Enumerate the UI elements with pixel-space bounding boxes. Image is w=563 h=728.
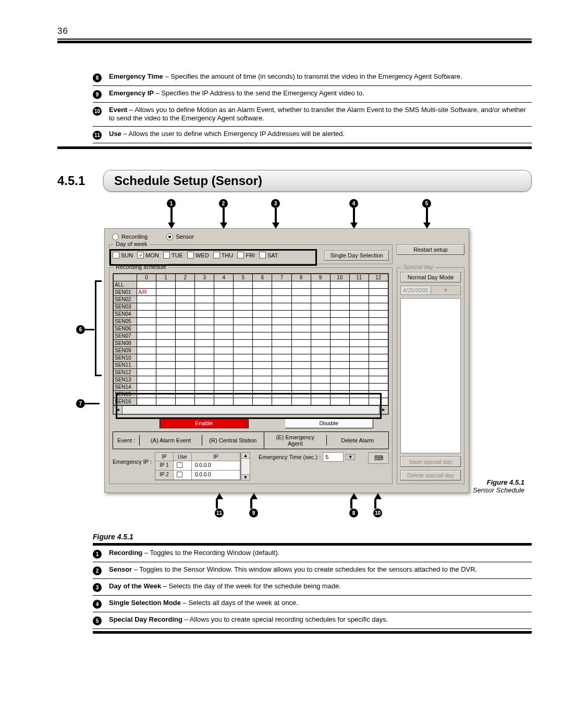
schedule-cell[interactable]: A/R	[214, 325, 234, 332]
sensor-radio[interactable]: Sensor	[166, 233, 194, 240]
schedule-cell[interactable]	[272, 310, 291, 317]
schedule-cell[interactable]: A/R	[330, 288, 349, 295]
schedule-cell[interactable]: A/R	[311, 325, 330, 332]
schedule-cell[interactable]	[369, 303, 388, 310]
schedule-cell[interactable]	[214, 281, 234, 288]
schedule-cell[interactable]	[349, 383, 369, 390]
schedule-cell[interactable]	[234, 383, 253, 390]
schedule-cell[interactable]	[176, 368, 195, 376]
schedule-cell[interactable]: A/R	[253, 325, 272, 332]
schedule-cell[interactable]	[369, 354, 388, 361]
schedule-cell[interactable]	[234, 376, 253, 383]
schedule-cell[interactable]	[137, 281, 156, 288]
schedule-cell[interactable]	[234, 368, 253, 376]
schedule-cell[interactable]: A/R	[137, 288, 156, 295]
dow-checkbox-tue[interactable]: TUE	[163, 252, 183, 258]
ip-address[interactable]: 0.0.0.0	[192, 461, 240, 471]
schedule-cell[interactable]	[291, 310, 311, 317]
schedule-cell[interactable]	[369, 281, 388, 288]
ip-row[interactable]: IP 2 0.0.0.0	[155, 471, 240, 480]
ip-use-checkbox[interactable]	[174, 471, 192, 480]
schedule-cell[interactable]	[272, 317, 291, 325]
special-day-list[interactable]	[400, 298, 461, 453]
event-delete-button[interactable]: Delete Alarm	[326, 435, 388, 446]
ip-address[interactable]: 0.0.0.0	[192, 471, 240, 480]
schedule-cell[interactable]	[176, 347, 195, 354]
schedule-cell[interactable]	[291, 376, 311, 383]
sensor-row-header[interactable]: SEN05	[114, 317, 137, 325]
schedule-cell[interactable]	[156, 376, 176, 383]
event-central-button[interactable]: (R) Central Station	[202, 435, 264, 446]
schedule-cell[interactable]	[156, 303, 176, 310]
schedule-cell[interactable]	[311, 317, 330, 325]
schedule-cell[interactable]	[195, 295, 214, 303]
schedule-cell[interactable]: A	[234, 288, 253, 295]
schedule-cell[interactable]	[291, 332, 311, 339]
schedule-cell[interactable]	[291, 303, 311, 310]
schedule-cell[interactable]	[176, 361, 195, 368]
schedule-cell[interactable]: A/R	[349, 325, 369, 332]
schedule-cell[interactable]	[234, 303, 253, 310]
schedule-cell[interactable]	[272, 376, 291, 383]
schedule-cell[interactable]	[156, 339, 176, 347]
schedule-cell[interactable]	[176, 376, 195, 383]
sensor-row-header[interactable]: SEN04	[114, 310, 137, 317]
schedule-cell[interactable]: A/R	[195, 325, 214, 332]
schedule-cell[interactable]	[176, 310, 195, 317]
sensor-row-header[interactable]: SEN09	[114, 347, 137, 354]
schedule-cell[interactable]	[176, 317, 195, 325]
schedule-cell[interactable]	[156, 398, 176, 405]
schedule-cell[interactable]	[311, 376, 330, 383]
schedule-cell[interactable]	[176, 295, 195, 303]
schedule-cell[interactable]	[156, 347, 176, 354]
schedule-cell[interactable]: A	[253, 288, 272, 295]
schedule-cell[interactable]	[272, 332, 291, 339]
emergency-ip-table[interactable]: IP Use IP IP 1 0.0.0.0IP 2 0.0.0.0	[155, 452, 241, 480]
schedule-cell[interactable]	[272, 295, 291, 303]
schedule-cell[interactable]	[156, 368, 176, 376]
schedule-cell[interactable]: A/R	[214, 288, 234, 295]
schedule-cell[interactable]	[253, 295, 272, 303]
schedule-cell[interactable]	[311, 310, 330, 317]
schedule-cell[interactable]	[253, 390, 272, 398]
schedule-cell[interactable]	[195, 383, 214, 390]
schedule-cell[interactable]	[195, 317, 214, 325]
schedule-cell[interactable]: A/R	[156, 288, 176, 295]
schedule-cell[interactable]	[253, 376, 272, 383]
schedule-cell[interactable]	[176, 398, 195, 405]
schedule-cell[interactable]	[137, 361, 156, 368]
schedule-cell[interactable]	[369, 347, 388, 354]
schedule-cell[interactable]	[369, 398, 388, 405]
sensor-row-header[interactable]: SEN07	[114, 332, 137, 339]
schedule-cell[interactable]	[330, 303, 349, 310]
schedule-cell[interactable]	[214, 368, 234, 376]
schedule-cell[interactable]	[195, 303, 214, 310]
schedule-cell[interactable]	[253, 354, 272, 361]
schedule-cell[interactable]	[195, 339, 214, 347]
dow-checkbox-wed[interactable]: WED	[187, 252, 209, 258]
schedule-cell[interactable]	[330, 339, 349, 347]
schedule-cell[interactable]	[291, 281, 311, 288]
schedule-cell[interactable]	[311, 368, 330, 376]
schedule-cell[interactable]	[234, 310, 253, 317]
schedule-cell[interactable]	[311, 303, 330, 310]
schedule-cell[interactable]	[214, 303, 234, 310]
schedule-cell[interactable]	[234, 390, 253, 398]
schedule-cell[interactable]	[176, 281, 195, 288]
sensor-row-header[interactable]: SEN01	[114, 288, 137, 295]
schedule-cell[interactable]	[137, 339, 156, 347]
schedule-cell[interactable]	[330, 398, 349, 405]
schedule-cell[interactable]	[137, 332, 156, 339]
schedule-cell[interactable]	[291, 390, 311, 398]
schedule-cell[interactable]	[369, 361, 388, 368]
schedule-cell[interactable]	[349, 310, 369, 317]
schedule-cell[interactable]: A/R	[214, 332, 234, 339]
schedule-cell[interactable]: A/R	[272, 325, 291, 332]
schedule-cell[interactable]	[137, 347, 156, 354]
schedule-cell[interactable]	[311, 361, 330, 368]
sensor-row-header[interactable]: SEN03	[114, 303, 137, 310]
schedule-cell[interactable]: A/R	[195, 288, 214, 295]
schedule-cell[interactable]	[369, 332, 388, 339]
schedule-cell[interactable]	[272, 361, 291, 368]
schedule-cell[interactable]	[253, 281, 272, 288]
